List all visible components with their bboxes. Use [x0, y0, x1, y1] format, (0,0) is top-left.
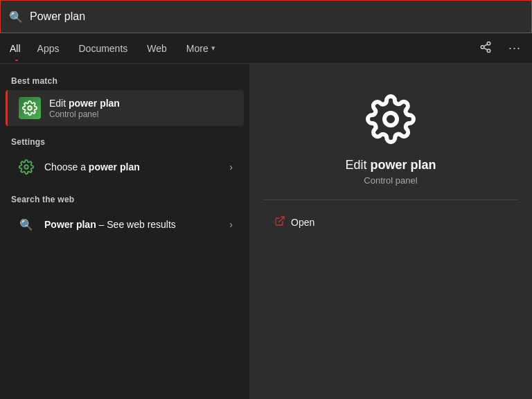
detail-subtitle: Control panel [364, 175, 417, 186]
right-panel: Edit power plan Control panel Open [249, 64, 532, 399]
svg-point-2 [487, 49, 490, 53]
svg-line-8 [279, 217, 284, 222]
best-match-item[interactable]: Edit power plan Control panel [6, 90, 244, 126]
svg-point-0 [487, 42, 490, 45]
chevron-down-icon: ▾ [211, 44, 215, 53]
tab-documents[interactable]: Documents [69, 37, 137, 60]
open-label: Open [291, 217, 314, 228]
detail-divider [263, 200, 517, 200]
share-icon[interactable] [477, 38, 495, 59]
tab-apps[interactable]: Apps [28, 37, 69, 60]
left-panel: Best match Edit power plan Control panel… [0, 64, 249, 399]
settings-section: Settings Choose a power plan › [0, 133, 249, 184]
best-match-text: Edit power plan Control panel [49, 98, 120, 119]
search-web-label: Search the web [0, 190, 249, 207]
search-web-section: Search the web 🔍 Power plan – See web re… [0, 190, 249, 241]
chevron-right-icon: › [229, 161, 233, 172]
svg-point-6 [24, 165, 28, 169]
choose-power-plan-icon [17, 157, 36, 177]
nav-right-icons: ··· [477, 38, 526, 59]
tab-more[interactable]: More ▾ [177, 37, 225, 60]
open-button[interactable]: Open [266, 211, 532, 233]
settings-item[interactable]: Choose a power plan › [6, 150, 244, 184]
chevron-right-web-icon: › [229, 219, 233, 230]
best-match-label: Best match [0, 72, 249, 89]
detail-app-icon [363, 91, 418, 147]
detail-title: Edit power plan [345, 158, 436, 172]
nav-tabs: All Apps Documents Web More ▾ ··· [0, 33, 532, 64]
best-match-subtitle: Control panel [49, 109, 120, 119]
svg-point-1 [481, 45, 484, 48]
svg-line-4 [484, 44, 487, 46]
search-web-item[interactable]: 🔍 Power plan – See web results › [6, 208, 244, 241]
main-layout: Best match Edit power plan Control panel… [0, 64, 532, 399]
edit-power-plan-icon [19, 97, 41, 119]
best-match-title: Edit power plan [49, 98, 120, 109]
tab-web[interactable]: Web [137, 37, 177, 60]
search-bar: 🔍 [0, 0, 532, 33]
svg-point-7 [384, 113, 397, 125]
more-options-icon[interactable]: ··· [506, 38, 524, 58]
svg-point-5 [28, 106, 32, 110]
search-input[interactable] [30, 10, 523, 23]
web-search-icon: 🔍 [17, 215, 36, 234]
svg-line-3 [484, 48, 487, 50]
settings-item-text: Choose a power plan [44, 161, 229, 172]
open-external-icon [274, 215, 285, 229]
search-web-text: Power plan – See web results [44, 219, 229, 230]
settings-label: Settings [0, 133, 249, 150]
tab-all[interactable]: All [6, 37, 28, 60]
search-icon: 🔍 [9, 10, 23, 24]
